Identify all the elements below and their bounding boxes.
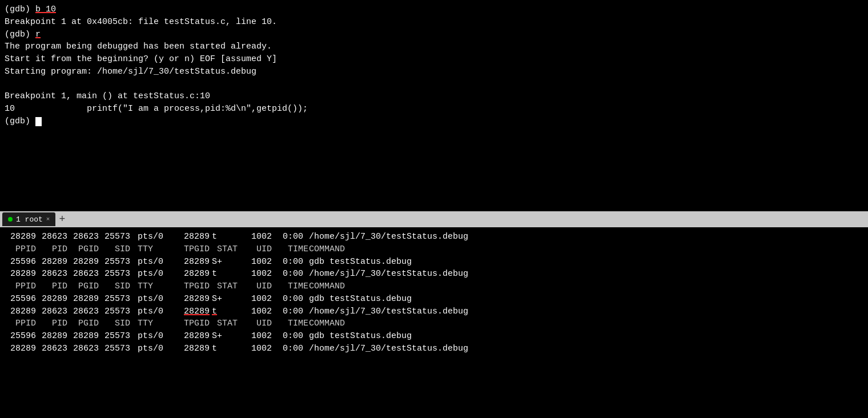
process-row: PPID PID PGID SID TTY TPGID STAT UID TIM… [5,280,863,293]
terminal-line: (gdb) b 10 [5,3,863,16]
process-row: 28289 28623 28623 25573 pts/028289t10020… [5,231,863,243]
terminal-tab[interactable]: 1 root × [2,212,55,226]
terminal-line: 10 printf("I am a process,pid:%d\n",getp… [5,103,863,115]
process-row: PPID PID PGID SID TTY TPGID STAT UID TIM… [5,243,863,256]
terminal-line: Starting program: /home/sjl/7_30/testSta… [5,66,863,78]
tab-add-button[interactable]: + [55,214,69,224]
process-row: 25596 28289 28289 25573 pts/028289S+1002… [5,330,863,343]
process-row: 28289 28623 28623 25573 pts/028289t10020… [5,306,863,318]
terminal-line: The program being debugged has been star… [5,41,863,53]
tab-label: 1 root [16,215,43,224]
process-row: 28289 28623 28623 25573 pts/028289t10020… [5,343,863,355]
process-row: 28289 28623 28623 25573 pts/028289t10020… [5,268,863,280]
terminal-line: Start it from the beginning? (y or n) EO… [5,53,863,66]
tab-close-button[interactable]: × [46,216,50,223]
terminal-line: Breakpoint 1, main () at testStatus.c:10 [5,90,863,103]
tab-dot [8,217,13,222]
terminal-line: Breakpoint 1 at 0x4005cb: file testStatu… [5,16,863,29]
process-row: 25596 28289 28289 25573 pts/028289S+1002… [5,256,863,268]
terminal-line: (gdb) [5,115,863,128]
terminal-line: (gdb) r [5,29,863,41]
process-row: 25596 28289 28289 25573 pts/028289S+1002… [5,293,863,306]
tab-bar: 1 root × + [0,211,868,227]
process-row: PPID PID PGID SID TTY TPGID STAT UID TIM… [5,317,863,330]
terminal-bottom: 28289 28623 28623 25573 pts/028289t10020… [0,227,868,418]
terminal-top: (gdb) b 10Breakpoint 1 at 0x4005cb: file… [0,0,868,211]
terminal-line [5,78,863,91]
